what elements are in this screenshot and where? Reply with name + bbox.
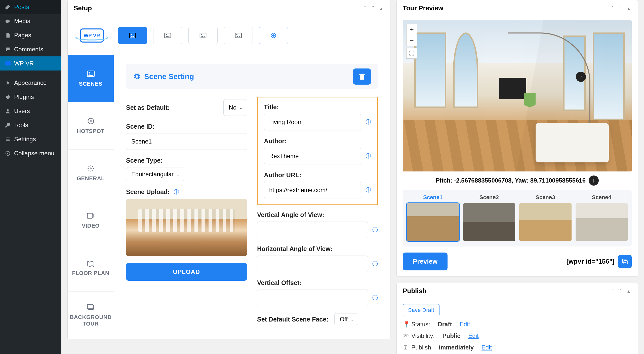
menu-pages[interactable]: Pages — [0, 28, 61, 42]
nav-hotspot[interactable]: HOTSPOT — [68, 102, 114, 150]
scene-id-input[interactable] — [126, 133, 247, 150]
scene-thumbnails: Scene1 Scene2 Scene3 Scene4 — [403, 190, 632, 246]
scene-tab-add[interactable] — [259, 27, 288, 44]
panel-toggle-icon[interactable]: ▴ — [626, 5, 632, 11]
thumb-scene3[interactable]: Scene3 — [519, 194, 572, 241]
nav-video[interactable]: VIDEO — [68, 197, 114, 244]
nav-bgtour[interactable]: BACKGROUND TOUR — [68, 292, 114, 339]
visibility-row: 👁 Visibility: Public Edit — [403, 332, 632, 339]
direction-button[interactable]: ↓ — [589, 175, 599, 186]
fullscreen-button[interactable] — [406, 48, 417, 59]
edit-schedule-link[interactable]: Edit — [481, 344, 492, 351]
svg-point-2 — [6, 151, 10, 156]
menu-media[interactable]: Media — [0, 14, 61, 28]
info-icon[interactable]: ⓘ — [173, 189, 179, 195]
scene-setting-label: Scene Setting — [144, 72, 194, 81]
info-icon[interactable]: ⓘ — [365, 119, 371, 125]
svg-point-6 — [166, 34, 167, 35]
thumb-scene4[interactable]: Scene4 — [576, 194, 628, 241]
info-icon[interactable]: ⓘ — [372, 295, 378, 301]
menu-separator — [0, 73, 61, 73]
menu-collapse[interactable]: Collapse menu — [0, 146, 61, 160]
svg-point-1 — [7, 109, 9, 111]
info-icon[interactable]: ⓘ — [365, 153, 371, 159]
h-angle-input[interactable] — [257, 256, 368, 272]
publish-panel-header: Publish ˄ ˅ ▴ — [397, 283, 638, 299]
menu-tools[interactable]: Tools — [0, 118, 61, 132]
panel-up-icon[interactable]: ˄ — [610, 5, 616, 11]
menu-users[interactable]: Users — [0, 104, 61, 118]
set-default-label: Set as Default: — [126, 104, 170, 111]
scene-tab-2[interactable] — [153, 27, 182, 44]
set-default-select[interactable]: No⌄ — [223, 99, 247, 116]
trash-icon — [358, 73, 366, 80]
info-icon[interactable]: ⓘ — [372, 227, 378, 233]
thumb-scene2[interactable]: Scene2 — [463, 194, 515, 241]
title-label: Title: — [264, 103, 371, 111]
publish-title: Publish — [403, 287, 426, 295]
panel-down-icon[interactable]: ˅ — [618, 5, 624, 11]
scene-setting-bar: Scene Setting — [126, 64, 378, 89]
author-input[interactable] — [264, 148, 361, 164]
svg-point-16 — [90, 167, 92, 169]
v-angle-input[interactable] — [257, 222, 368, 238]
pin-icon: 📍 — [403, 321, 408, 328]
v-angle-label: Vertical Angle of View: — [257, 211, 378, 219]
chevron-down-icon: ⌄ — [350, 316, 354, 322]
panel-down-icon[interactable]: ˅ — [370, 5, 376, 11]
scene-tab-3[interactable] — [188, 27, 218, 44]
preview-panel-header: Tour Preview ˄ ˅ ▴ — [397, 0, 638, 16]
chevron-down-icon: ⌄ — [239, 105, 243, 110]
menu-plugins[interactable]: Plugins — [0, 90, 61, 104]
panel-up-icon[interactable]: ˄ — [362, 5, 368, 11]
scene-tab-4[interactable] — [224, 27, 253, 44]
info-icon[interactable]: ⓘ — [365, 187, 371, 193]
setup-left-nav: SCENES HOTSPOT GENERAL VIDEO — [68, 55, 114, 339]
title-input[interactable] — [264, 114, 361, 130]
panel-toggle-icon[interactable]: ▴ — [378, 5, 384, 11]
hotspot-marker[interactable]: ↑ — [576, 72, 586, 82]
svg-point-13 — [89, 72, 90, 73]
zoom-in-button[interactable]: + — [406, 24, 417, 35]
panel-down-icon[interactable]: ˅ — [618, 288, 624, 294]
upload-button[interactable]: UPLOAD — [126, 263, 247, 281]
panorama-viewport[interactable]: ↑ + − — [403, 20, 632, 171]
setup-title: Setup — [74, 4, 92, 12]
panel-up-icon[interactable]: ˄ — [610, 288, 616, 294]
nav-floorplan[interactable]: FLOOR PLAN — [68, 244, 114, 292]
chevron-down-icon: ⌄ — [176, 171, 180, 177]
nav-general[interactable]: GENERAL — [68, 150, 114, 197]
menu-comments[interactable]: Comments — [0, 42, 61, 56]
delete-scene-button[interactable] — [353, 68, 371, 85]
menu-posts[interactable]: Posts — [0, 0, 61, 14]
coords-readout: Pitch: -2.567688355006708, Yaw: 89.71100… — [403, 175, 632, 186]
menu-settings[interactable]: Settings — [0, 132, 61, 146]
svg-point-8 — [201, 34, 202, 35]
scene-tab-1[interactable] — [118, 27, 147, 44]
author-url-input[interactable] — [264, 182, 361, 198]
panel-toggle-icon[interactable]: ▴ — [626, 288, 632, 294]
setup-panel: Setup ˄ ˅ ▴ WP VR — [67, 0, 390, 339]
v-offset-input[interactable] — [257, 290, 368, 306]
default-face-select[interactable]: Off⌄ — [334, 313, 358, 325]
nav-scenes[interactable]: SCENES — [68, 55, 114, 102]
edit-status-link[interactable]: Edit — [460, 321, 470, 328]
svg-rect-17 — [87, 213, 92, 218]
scene-type-select[interactable]: Equirectangular⌄ — [126, 167, 184, 181]
shortcode-text: [wpvr id="156"] — [566, 258, 615, 265]
zoom-out-button[interactable]: − — [406, 35, 417, 46]
svg-point-10 — [236, 34, 237, 35]
preview-button[interactable]: Preview — [403, 253, 448, 270]
menu-wpvr[interactable]: WP VR — [0, 56, 61, 70]
info-icon[interactable]: ⓘ — [372, 261, 378, 267]
edit-visibility-link[interactable]: Edit — [468, 332, 478, 339]
preview-title: Tour Preview — [403, 4, 443, 12]
admin-sidebar: Posts Media Pages Comments WP VR Appeara… — [0, 0, 61, 354]
thumb-scene1[interactable]: Scene1 — [407, 194, 459, 241]
svg-point-14 — [90, 120, 92, 122]
setup-panel-header: Setup ˄ ˅ ▴ — [68, 0, 390, 16]
menu-appearance[interactable]: Appearance — [0, 76, 61, 90]
save-draft-button[interactable]: Save Draft — [403, 304, 439, 316]
tour-preview-panel: Tour Preview ˄ ˅ ▴ — [396, 0, 638, 277]
copy-shortcode-button[interactable] — [618, 255, 632, 268]
